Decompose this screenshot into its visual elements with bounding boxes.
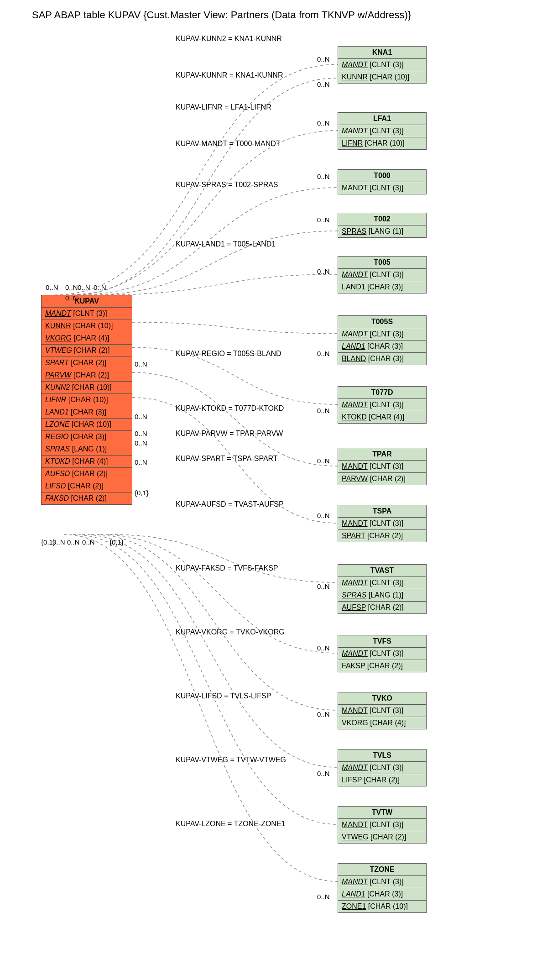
- entity-header: LFA1: [338, 113, 426, 125]
- field-row: MANDT [CLNT (3)]: [338, 577, 426, 589]
- field-row: VTWEG [CHAR (2)]: [338, 831, 426, 843]
- edge-label: KUPAV-REGIO = T005S-BLAND: [176, 350, 281, 358]
- entity-header: TVFS: [338, 635, 426, 648]
- entity-tvfs: TVFSMANDT [CLNT (3)]FAKSP [CHAR (2)]: [338, 635, 427, 672]
- cardinality-right: 0..N: [317, 80, 330, 88]
- cardinality-right: 0..N: [317, 407, 330, 414]
- entity-header: T000: [338, 170, 426, 182]
- field-row: MANDT [CLNT (3)]: [338, 182, 426, 194]
- field-row: VKORG [CHAR (4)]: [42, 332, 132, 345]
- cardinality-left: {0,1}: [135, 489, 149, 497]
- field-row: AUFSD [CHAR (2)]: [42, 468, 132, 480]
- field-row: AUFSP [CHAR (2)]: [338, 602, 426, 613]
- field-row: KUNN2 [CHAR (10)]: [42, 382, 132, 394]
- edge-label: KUPAV-SPRAS = T002-SPRAS: [176, 181, 278, 189]
- entity-header: T005: [338, 257, 426, 269]
- entity-tvls: TVLSMANDT [CLNT (3)]LIFSP [CHAR (2)]: [338, 749, 427, 786]
- edge-label: KUPAV-SPART = TSPA-SPART: [176, 455, 278, 463]
- field-row: SPRAS [LANG (1)]: [338, 225, 426, 237]
- entity-t005s: T005SMANDT [CLNT (3)]LAND1 [CHAR (3)]BLA…: [338, 315, 427, 365]
- entity-tvast: TVASTMANDT [CLNT (3)]SPRAS [LANG (1)]AUF…: [338, 564, 427, 614]
- cardinality-right: 0..N: [317, 512, 330, 519]
- entity-header: TVLS: [338, 749, 426, 762]
- field-row: MANDT [CLNT (3)]: [42, 308, 132, 320]
- cardinality-right: 0..N: [317, 457, 330, 465]
- entity-tpar: TPARMANDT [CLNT (3)]PARVW [CHAR (2)]: [338, 448, 427, 485]
- field-row: SPRAS [LANG (1)]: [42, 443, 132, 456]
- cardinality-right: 0..N: [317, 119, 330, 127]
- edge-label: KUPAV-FAKSD = TVFS-FAKSP: [176, 564, 278, 572]
- er-diagram: KUPAVMANDT [CLNT (3)]KUNNR [CHAR (10)]VK…: [5, 21, 537, 980]
- field-row: LIFNR [CHAR (10)]: [338, 137, 426, 149]
- cardinality-left: 0..N: [135, 430, 147, 437]
- edge-label: KUPAV-KTOKD = T077D-KTOKD: [176, 404, 284, 413]
- field-row: KTOKD [CHAR (4)]: [338, 411, 426, 423]
- cardinality-left: 0..N: [78, 283, 90, 291]
- cardinality-left: 0..N: [94, 283, 106, 291]
- entity-t077d: T077DMANDT [CLNT (3)]KTOKD [CHAR (4)]: [338, 386, 427, 424]
- page-title: SAP ABAP table KUPAV {Cust.Master View: …: [32, 9, 542, 21]
- cardinality-left: 0..N: [65, 294, 78, 302]
- cardinality-left: {0,1}: [41, 538, 55, 546]
- cardinality-right: 0..N: [317, 644, 330, 652]
- field-row: KUNNR [CHAR (10)]: [42, 320, 132, 332]
- cardinality-right: 0..N: [317, 216, 330, 224]
- entity-header: TVAST: [338, 565, 426, 577]
- entity-header: KNA1: [338, 47, 426, 59]
- entity-kupav: KUPAVMANDT [CLNT (3)]KUNNR [CHAR (10)]VK…: [41, 295, 132, 505]
- edge-label: KUPAV-VTWEG = TVTW-VTWEG: [176, 756, 286, 764]
- cardinality-left: 0..N: [65, 283, 78, 291]
- field-row: MANDT [CLNT (3)]: [338, 518, 426, 530]
- field-row: SPRAS [LANG (1)]: [338, 589, 426, 602]
- field-row: ZONE1 [CHAR (10)]: [338, 901, 426, 912]
- cardinality-left: 0..N: [67, 538, 80, 546]
- cardinality-right: 0..N: [317, 770, 330, 777]
- field-row: MANDT [CLNT (3)]: [338, 648, 426, 660]
- edge-label: KUPAV-PARVW = TPAR-PARVW: [176, 430, 283, 438]
- edge-label: KUPAV-AUFSD = TVAST-AUFSP: [176, 500, 284, 508]
- edge-label: KUPAV-LAND1 = T005-LAND1: [176, 240, 276, 248]
- field-row: MANDT [CLNT (3)]: [338, 328, 426, 341]
- field-row: KUNNR [CHAR (10)]: [338, 71, 426, 83]
- cardinality-left: 0..N: [135, 458, 147, 466]
- field-row: MANDT [CLNT (3)]: [338, 125, 426, 137]
- entity-header: TVTW: [338, 807, 426, 819]
- entity-header: T077D: [338, 387, 426, 399]
- entity-header: T005S: [338, 316, 426, 328]
- cardinality-left: 0..N: [46, 283, 58, 291]
- cardinality-right: 0..N: [317, 893, 330, 901]
- field-row: LAND1 [CHAR (3)]: [42, 406, 132, 419]
- field-row: LAND1 [CHAR (3)]: [338, 341, 426, 353]
- field-row: VTWEG [CHAR (2)]: [42, 345, 132, 357]
- field-row: FAKSP [CHAR (2)]: [338, 660, 426, 672]
- entity-t002: T002SPRAS [LANG (1)]: [338, 213, 427, 238]
- field-row: REGIO [CHAR (3)]: [42, 431, 132, 443]
- cardinality-left: 0..N: [135, 360, 147, 368]
- field-row: LAND1 [CHAR (3)]: [338, 888, 426, 901]
- field-row: LZONE [CHAR (10)]: [42, 419, 132, 431]
- cardinality-left: 0..N: [135, 413, 147, 420]
- entity-kna1: KNA1MANDT [CLNT (3)]KUNNR [CHAR (10)]: [338, 46, 427, 84]
- entity-tzone: TZONEMANDT [CLNT (3)]LAND1 [CHAR (3)]ZON…: [338, 863, 427, 913]
- cardinality-right: 0..N: [317, 710, 330, 718]
- field-row: MANDT [CLNT (3)]: [338, 399, 426, 411]
- cardinality-right: 0..N: [317, 267, 330, 275]
- cardinality-left: 0..N: [135, 439, 147, 447]
- cardinality-right: 0..N: [317, 350, 330, 357]
- entity-header: T002: [338, 213, 426, 225]
- edge-label: KUPAV-LZONE = TZONE-ZONE1: [176, 820, 286, 828]
- edge-label: KUPAV-MANDT = T000-MANDT: [176, 140, 281, 148]
- field-row: LIFSD [CHAR (2)]: [42, 480, 132, 493]
- field-row: PARVW [CHAR (2)]: [42, 369, 132, 382]
- entity-header: TZONE: [338, 864, 426, 876]
- field-row: LIFNR [CHAR (10)]: [42, 394, 132, 406]
- field-row: FAKSD [CHAR (2)]: [42, 493, 132, 504]
- field-row: LAND1 [CHAR (3)]: [338, 281, 426, 293]
- entity-header: TVKO: [338, 692, 426, 705]
- cardinality-right: 0..N: [317, 173, 330, 180]
- entity-header: KUPAV: [42, 295, 132, 308]
- entity-t005: T005MANDT [CLNT (3)]LAND1 [CHAR (3)]: [338, 256, 427, 293]
- entity-tspa: TSPAMANDT [CLNT (3)]SPART [CHAR (2)]: [338, 505, 427, 542]
- entity-t000: T000MANDT [CLNT (3)]: [338, 169, 427, 194]
- cardinality-right: 0..N: [317, 582, 330, 590]
